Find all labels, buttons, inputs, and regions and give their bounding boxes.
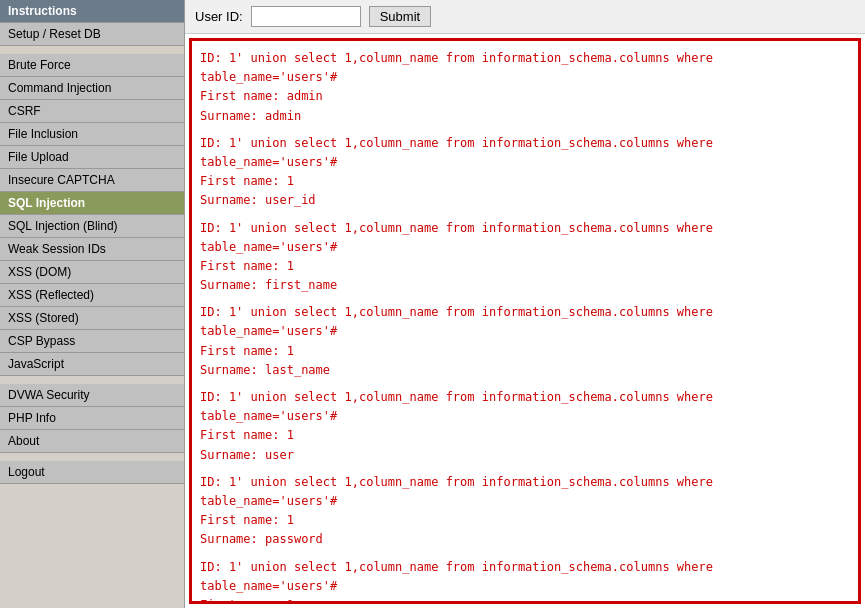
results-area: ID: 1' union select 1,column_name from i… — [189, 38, 861, 604]
sidebar-item-csrf[interactable]: CSRF — [0, 100, 184, 123]
result-firstname-2: First name: 1 — [200, 257, 850, 276]
result-block-2: ID: 1' union select 1,column_name from i… — [200, 219, 850, 296]
result-block-5: ID: 1' union select 1,column_name from i… — [200, 473, 850, 550]
sidebar-section2: DVWA SecurityPHP InfoAbout — [0, 384, 184, 453]
result-block-1: ID: 1' union select 1,column_name from i… — [200, 134, 850, 211]
sidebar-item-dvwa-security[interactable]: DVWA Security — [0, 384, 184, 407]
result-surname-5: Surname: password — [200, 530, 850, 549]
user-id-input[interactable] — [251, 6, 361, 27]
sidebar: Instructions Setup / Reset DB Brute Forc… — [0, 0, 185, 608]
result-surname-0: Surname: admin — [200, 107, 850, 126]
result-block-0: ID: 1' union select 1,column_name from i… — [200, 49, 850, 126]
result-surname-2: Surname: first_name — [200, 276, 850, 295]
sidebar-item-logout[interactable]: Logout — [0, 461, 184, 484]
sidebar-item-sql-injection-blind[interactable]: SQL Injection (Blind) — [0, 215, 184, 238]
sidebar-item-csp-bypass[interactable]: CSP Bypass — [0, 330, 184, 353]
sidebar-item-brute-force[interactable]: Brute Force — [0, 54, 184, 77]
result-query-0: ID: 1' union select 1,column_name from i… — [200, 49, 850, 87]
result-firstname-4: First name: 1 — [200, 426, 850, 445]
result-query-2: ID: 1' union select 1,column_name from i… — [200, 219, 850, 257]
result-surname-4: Surname: user — [200, 446, 850, 465]
sidebar-instructions-header[interactable]: Instructions — [0, 0, 184, 23]
sidebar-item-xss-reflected[interactable]: XSS (Reflected) — [0, 284, 184, 307]
sidebar-item-about[interactable]: About — [0, 430, 184, 453]
submit-button[interactable]: Submit — [369, 6, 431, 27]
main-content: User ID: Submit ID: 1' union select 1,co… — [185, 0, 865, 608]
sidebar-item-javascript[interactable]: JavaScript — [0, 353, 184, 376]
sidebar-item-command-injection[interactable]: Command Injection — [0, 77, 184, 100]
result-query-5: ID: 1' union select 1,column_name from i… — [200, 473, 850, 511]
result-query-3: ID: 1' union select 1,column_name from i… — [200, 303, 850, 341]
sidebar-divider-3 — [0, 453, 184, 461]
result-firstname-0: First name: admin — [200, 87, 850, 106]
sidebar-item-xss-dom[interactable]: XSS (DOM) — [0, 261, 184, 284]
sidebar-item-insecure-captcha[interactable]: Insecure CAPTCHA — [0, 169, 184, 192]
result-firstname-6: First name: 1 — [200, 596, 850, 604]
sidebar-item-setup[interactable]: Setup / Reset DB — [0, 23, 184, 46]
result-block-3: ID: 1' union select 1,column_name from i… — [200, 303, 850, 380]
user-id-label: User ID: — [195, 9, 243, 24]
sidebar-divider-1 — [0, 46, 184, 54]
result-block-4: ID: 1' union select 1,column_name from i… — [200, 388, 850, 465]
sidebar-divider-2 — [0, 376, 184, 384]
result-surname-3: Surname: last_name — [200, 361, 850, 380]
result-query-6: ID: 1' union select 1,column_name from i… — [200, 558, 850, 596]
sidebar-menu: Brute ForceCommand InjectionCSRFFile Inc… — [0, 54, 184, 376]
sidebar-item-sql-injection[interactable]: SQL Injection — [0, 192, 184, 215]
sidebar-item-xss-stored[interactable]: XSS (Stored) — [0, 307, 184, 330]
sidebar-item-file-inclusion[interactable]: File Inclusion — [0, 123, 184, 146]
sidebar-item-file-upload[interactable]: File Upload — [0, 146, 184, 169]
result-firstname-5: First name: 1 — [200, 511, 850, 530]
result-firstname-3: First name: 1 — [200, 342, 850, 361]
result-query-1: ID: 1' union select 1,column_name from i… — [200, 134, 850, 172]
result-block-6: ID: 1' union select 1,column_name from i… — [200, 558, 850, 605]
result-query-4: ID: 1' union select 1,column_name from i… — [200, 388, 850, 426]
sidebar-item-php-info[interactable]: PHP Info — [0, 407, 184, 430]
result-surname-1: Surname: user_id — [200, 191, 850, 210]
result-firstname-1: First name: 1 — [200, 172, 850, 191]
sidebar-item-weak-session-ids[interactable]: Weak Session IDs — [0, 238, 184, 261]
top-bar: User ID: Submit — [185, 0, 865, 34]
